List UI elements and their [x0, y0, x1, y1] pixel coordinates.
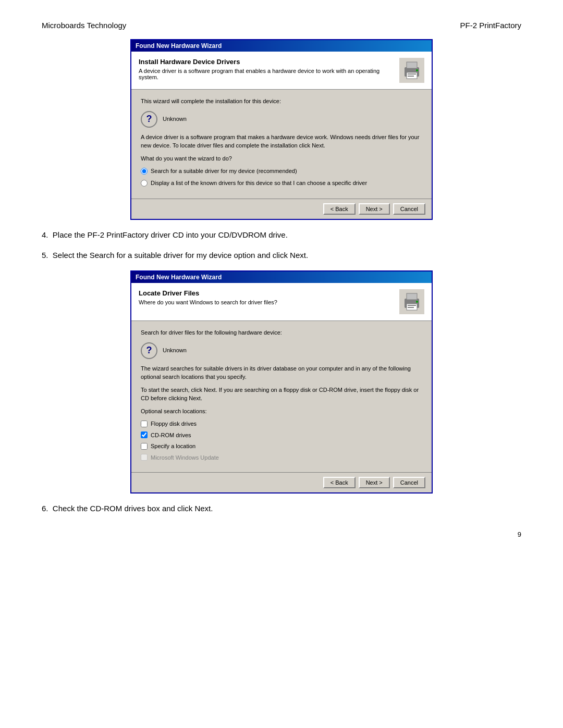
wizard1-box: Found New Hardware Wizard Install Hardwa…	[130, 39, 433, 220]
wizard2-description1: The wizard searches for suitable drivers…	[141, 364, 422, 381]
svg-point-11	[416, 301, 418, 303]
wizard1-description: A device driver is a software program th…	[141, 133, 422, 150]
wizard2-title: Locate Driver Files	[139, 289, 277, 297]
wizard2-description2: To start the search, click Next. If you …	[141, 386, 422, 403]
wizard2-subtitle: Where do you want Windows to search for …	[139, 299, 277, 305]
wizard2-check2-item: CD-ROM drives	[141, 431, 422, 440]
wizard2-question-icon: ?	[141, 342, 157, 359]
wizard1-device-name: Unknown	[163, 115, 187, 124]
svg-rect-1	[407, 62, 417, 68]
wizard2-printer-icon	[399, 289, 424, 314]
wizard2-checkbox-group: Floppy disk drives CD-ROM drives Specify…	[141, 419, 422, 462]
svg-point-5	[416, 69, 418, 71]
wizard1-printer-icon	[399, 58, 424, 83]
wizard2-next-button[interactable]: Next >	[359, 477, 390, 488]
wizard2-check3-label: Specify a location	[151, 442, 195, 451]
page-number: 9	[42, 530, 521, 538]
wizard1-radio1-label: Search for a suitable driver for my devi…	[151, 167, 297, 176]
wizard2-body: Locate Driver Files Where do you want Wi…	[131, 283, 432, 492]
wizard1-body: Install Hardware Device Drivers A device…	[131, 52, 432, 219]
wizard2-check1-label: Floppy disk drives	[151, 419, 197, 428]
step4-text: 4. Place the PF-2 PrintFactory driver CD…	[42, 229, 521, 241]
wizard1-subtitle: A device driver is a software program th…	[139, 68, 399, 80]
wizard2-check2[interactable]	[141, 431, 148, 438]
wizard1-radio2[interactable]	[141, 180, 148, 187]
wizard2-check4-label: Microsoft Windows Update	[151, 453, 219, 462]
wizard1-device: ? Unknown	[141, 111, 422, 128]
wizard2-check4	[141, 454, 148, 461]
svg-rect-3	[408, 73, 416, 75]
wizard2-optional-label: Optional search locations:	[141, 407, 422, 416]
wizard2-device-name: Unknown	[163, 346, 187, 355]
wizard1-content: This wizard will complete the installati…	[131, 90, 432, 199]
wizard1-intro: This wizard will complete the installati…	[141, 97, 422, 106]
wizard1-question: What do you want the wizard to do?	[141, 154, 422, 163]
wizard1-header-text: Install Hardware Device Drivers A device…	[139, 58, 399, 80]
wizard2-header-text: Locate Driver Files Where do you want Wi…	[139, 289, 277, 305]
wizard1-radio-group: Search for a suitable driver for my devi…	[141, 167, 422, 187]
wizard2-footer: < Back Next > Cancel	[131, 472, 432, 492]
wizard2-check1-item: Floppy disk drives	[141, 419, 422, 428]
wizard1-radio1-item: Search for a suitable driver for my devi…	[141, 167, 422, 176]
wizard2-box: Found New Hardware Wizard Locate Driver …	[130, 270, 433, 493]
company-name: Microboards Technology	[42, 21, 126, 30]
wizard1-radio2-label: Display a list of the known drivers for …	[151, 179, 367, 188]
wizard1-radio1[interactable]	[141, 168, 148, 175]
wizard1-next-button[interactable]: Next >	[359, 203, 390, 215]
wizard2-titlebar: Found New Hardware Wizard	[131, 272, 432, 283]
svg-rect-7	[407, 293, 417, 300]
wizard2-header-section: Locate Driver Files Where do you want Wi…	[131, 283, 432, 321]
printer-icon-svg	[400, 59, 423, 82]
wizard2-content: Search for driver files for the followin…	[131, 321, 432, 472]
wizard2-check3[interactable]	[141, 443, 148, 450]
wizard2-check2-label: CD-ROM drives	[151, 431, 191, 440]
svg-rect-4	[408, 76, 414, 77]
page-header: Microboards Technology PF-2 PrintFactory	[42, 21, 521, 30]
wizard2-check1[interactable]	[141, 421, 148, 427]
wizard1-titlebar: Found New Hardware Wizard	[131, 40, 432, 52]
wizard2-back-button[interactable]: < Back	[323, 477, 356, 488]
product-name: PF-2 PrintFactory	[460, 21, 521, 30]
wizard1-title: Install Hardware Device Drivers	[139, 58, 399, 66]
wizard2-check4-item: Microsoft Windows Update	[141, 453, 422, 462]
wizard1-footer: < Back Next > Cancel	[131, 199, 432, 219]
wizard2-cancel-button[interactable]: Cancel	[393, 477, 425, 488]
wizard1-question-icon: ?	[141, 111, 157, 128]
wizard1-radio2-item: Display a list of the known drivers for …	[141, 179, 422, 188]
wizard2-printer-icon-svg	[400, 290, 423, 313]
step5-text: 5. Select the Search for a suitable driv…	[42, 250, 521, 262]
step6-text: 6. Check the CD-ROM drives box and click…	[42, 503, 521, 515]
wizard1-cancel-button[interactable]: Cancel	[393, 203, 425, 215]
wizard2-check3-item: Specify a location	[141, 442, 422, 451]
wizard2-device: ? Unknown	[141, 342, 422, 359]
svg-rect-9	[408, 305, 416, 306]
wizard2-intro: Search for driver files for the followin…	[141, 328, 422, 337]
wizard1-back-button[interactable]: < Back	[323, 203, 356, 215]
wizard1-header-section: Install Hardware Device Drivers A device…	[131, 52, 432, 90]
svg-rect-10	[408, 307, 414, 308]
